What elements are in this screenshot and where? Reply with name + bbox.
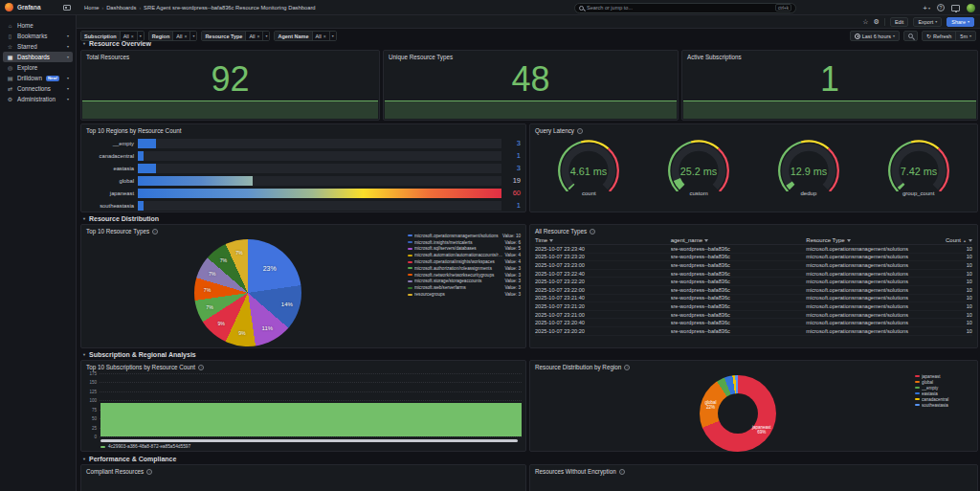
table-row[interactable]: 2025-10-07 23:22:40sre-wordpress--bafa83… — [535, 270, 972, 279]
section-subscription-regional[interactable]: ▼Subscription & Regional Analysis — [82, 351, 196, 358]
legend-item[interactable]: microsoft.authorization/roleassignmentsV… — [408, 265, 521, 272]
filter-value[interactable]: All× — [246, 32, 262, 40]
filter-subscription[interactable]: Subscription All× ▾ — [80, 31, 145, 41]
share-button[interactable]: Share▾ — [947, 17, 974, 27]
zoom-out-button[interactable] — [903, 31, 918, 41]
legend-item[interactable]: microsoft.operationalinsights/workspaces… — [408, 258, 521, 265]
gauge-label: dedup — [801, 190, 817, 196]
legend-item[interactable]: eastasia — [915, 391, 972, 396]
legend-item[interactable]: __empty — [915, 385, 972, 391]
info-icon[interactable]: i — [577, 128, 583, 134]
filter-icon[interactable] — [549, 239, 553, 242]
legend-item[interactable]: southeastasia — [915, 402, 972, 408]
close-icon[interactable]: × — [323, 33, 326, 39]
gear-icon[interactable]: ⚙ — [874, 18, 880, 25]
sidebar-item-administration[interactable]: ⚙Administration▾ — [3, 94, 73, 104]
column-header-resource-type[interactable]: Resource Type — [806, 237, 937, 243]
table-row[interactable]: 2025-10-07 23:23:00sre-wordpress--bafa83… — [535, 261, 972, 270]
export-button[interactable]: Export▾ — [913, 17, 942, 27]
legend-item[interactable]: microsoft.web/serverfarmsValue: 3 — [408, 284, 521, 291]
close-icon[interactable]: × — [184, 33, 187, 39]
table-row[interactable]: 2025-10-07 23:23:40sre-wordpress--bafa83… — [535, 245, 972, 254]
gauge-label: count — [582, 190, 596, 196]
column-header-time[interactable]: Time — [535, 237, 671, 243]
table-row[interactable]: 2025-10-07 23:22:20sre-wordpress--bafa83… — [535, 278, 972, 286]
horizontal-scrollbar[interactable] — [100, 439, 518, 442]
chevron-down-icon[interactable]: ▾ — [189, 32, 196, 40]
sidebar-item-home[interactable]: ⌂Home — [3, 20, 73, 31]
column-header-agent-name[interactable]: agent_name — [671, 237, 807, 243]
table-row[interactable]: 2025-10-07 23:21:40sre-wordpress--bafa83… — [535, 295, 972, 303]
close-icon[interactable]: × — [131, 33, 134, 39]
legend-item[interactable]: microsoft.automation/automationaccounts/… — [408, 252, 521, 258]
grafana-logo-icon[interactable] — [5, 3, 13, 11]
column-header-count[interactable]: Count▲ — [937, 237, 972, 243]
chevron-down-icon[interactable]: ▾ — [329, 32, 336, 40]
legend-item[interactable]: microsoft.sql/servers/databasesValue: 5 — [408, 246, 521, 253]
table-row[interactable]: 2025-10-07 23:21:00sre-wordpress--bafa83… — [535, 311, 972, 320]
info-icon[interactable]: i — [619, 469, 625, 475]
filter-agent-name[interactable]: Agent Name All× ▾ — [274, 31, 336, 41]
sidebar-item-starred[interactable]: ☆Starred▾ — [3, 41, 73, 52]
bar[interactable] — [100, 403, 522, 436]
legend-item[interactable]: microsoft.storage/storageaccountsValue: … — [408, 279, 521, 285]
table-row[interactable]: 2025-10-07 23:20:40sre-wordpress--bafa83… — [535, 319, 972, 327]
bar-fill[interactable] — [138, 139, 156, 148]
info-icon[interactable]: i — [198, 365, 204, 370]
sidebar-item-bookmarks[interactable]: ▯Bookmarks▾ — [3, 31, 73, 41]
sidebar-item-dashboards[interactable]: ▦Dashboards▾ — [3, 52, 73, 62]
filter-region[interactable]: Region All× ▾ — [148, 31, 198, 41]
user-avatar[interactable] — [967, 4, 975, 12]
help-icon[interactable]: ? — [937, 4, 945, 11]
legend-item[interactable]: canadacentral — [915, 396, 972, 402]
info-icon[interactable]: i — [146, 469, 152, 475]
filter-value[interactable]: All× — [173, 32, 189, 40]
bar-fill[interactable] — [138, 151, 144, 161]
bar-fill[interactable] — [138, 164, 156, 173]
table-row[interactable]: 2025-10-07 23:21:20sre-wordpress--bafa83… — [535, 302, 972, 311]
edit-button[interactable]: Edit — [890, 17, 908, 27]
chevron-down-icon: ▾ — [67, 97, 69, 101]
info-icon[interactable]: i — [152, 229, 158, 234]
sidebar-item-explore[interactable]: ◎Explore — [3, 62, 73, 73]
sidebar-item-connections[interactable]: ⇄Connections▾ — [3, 83, 73, 94]
close-icon[interactable]: × — [257, 33, 260, 39]
section-performance-compliance[interactable]: ▼Performance & Compliance — [82, 456, 176, 462]
new-button[interactable]: +▾ — [923, 4, 930, 12]
legend-item[interactable]: resourcegroupsValue: 3 — [408, 291, 521, 298]
star-icon[interactable]: ☆ — [862, 18, 868, 25]
legend-item[interactable]: microsoft.network/networksecuritygroupsV… — [408, 272, 521, 279]
legend-item[interactable]: microsoft.operationsmanagement/solutions… — [408, 233, 521, 239]
table-row[interactable]: 2025-10-07 23:20:20sre-wordpress--bafa83… — [535, 327, 972, 336]
chart-legend[interactable]: 4c29903-a386-48a8-872-ea85a54d5597 — [100, 444, 190, 449]
refresh-interval[interactable]: 5m — [960, 33, 968, 39]
table-row[interactable]: 2025-10-07 23:23:20sre-wordpress--bafa83… — [535, 254, 972, 262]
section-resource-distribution[interactable]: ▼Resource Distribution — [82, 215, 159, 222]
legend-item[interactable]: japaneast — [915, 373, 972, 379]
legend-label: microsoft.network/networksecuritygroups — [414, 273, 502, 278]
filter-icon[interactable] — [847, 239, 851, 242]
monitor-icon[interactable] — [951, 5, 960, 11]
breadcrumb-dashboards[interactable]: Dashboards — [106, 5, 136, 11]
refresh-button[interactable]: ↻ Refresh 5m ▾ — [922, 31, 976, 41]
bar-fill[interactable] — [138, 176, 253, 186]
legend-item[interactable]: global — [915, 379, 972, 385]
filter-icon[interactable] — [969, 239, 972, 242]
table-row[interactable]: 2025-10-07 23:22:00sre-wordpress--bafa83… — [535, 286, 972, 295]
chevron-down-icon[interactable]: ▾ — [262, 32, 269, 40]
bar-fill[interactable] — [138, 201, 144, 211]
chevron-down-icon[interactable]: ▾ — [137, 32, 144, 40]
bar-fill[interactable] — [138, 189, 501, 198]
breadcrumb-home[interactable]: Home — [84, 5, 99, 11]
filter-value[interactable]: All× — [121, 32, 137, 40]
filter-resource-type[interactable]: Resource Type All× ▾ — [201, 31, 270, 41]
info-icon[interactable]: i — [590, 229, 595, 234]
info-icon[interactable]: i — [624, 365, 630, 370]
search-input[interactable]: Search or jump to... ctrl+k — [574, 3, 796, 13]
legend-item[interactable]: microsoft.insights/metricalertsValue: 6 — [408, 239, 521, 246]
sidebar-item-drilldown[interactable]: ▤DrilldownNew!▾ — [3, 73, 73, 83]
time-range-picker[interactable]: Last 6 hours ▾ — [850, 31, 900, 41]
sidebar-toggle-icon[interactable] — [63, 5, 71, 11]
filter-value[interactable]: All× — [313, 32, 329, 40]
filter-icon[interactable] — [704, 239, 708, 242]
